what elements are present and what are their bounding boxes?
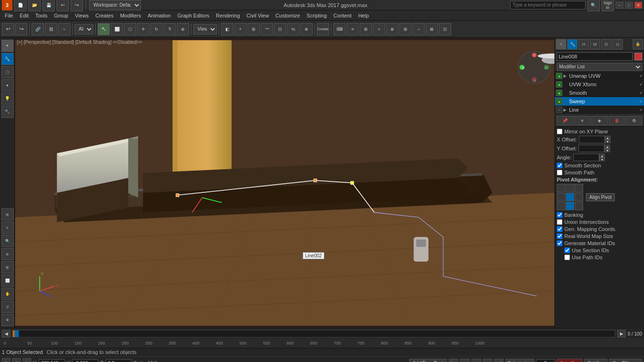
motion-icon-btn[interactable]: M (590, 39, 600, 49)
field-view-btn[interactable]: 👁 (1, 314, 14, 326)
object-color-swatch[interactable] (635, 53, 642, 60)
move-btn[interactable]: ✛ (137, 23, 149, 35)
layer-btn[interactable]: ⊞ (248, 23, 260, 35)
undo-toolbar-btn[interactable]: ↩ (2, 23, 14, 35)
orbit-btn[interactable]: ↺ (1, 301, 14, 313)
pivot-mr[interactable] (575, 193, 583, 201)
key-filters-btn[interactable]: Key Filters... (609, 359, 642, 362)
hierarchy-icon-btn[interactable]: H (578, 39, 589, 49)
modifier-list-dropdown[interactable]: Modifier List (557, 63, 642, 71)
union-intersections-checkbox[interactable] (557, 219, 562, 225)
angle-down[interactable]: ▼ (599, 157, 605, 161)
rotate-btn[interactable]: ↻ (150, 23, 163, 35)
select-region-btn[interactable]: ⬜ (111, 23, 123, 35)
mod-eye-unwrap[interactable]: ● (556, 73, 562, 79)
gen-mat-ids-checkbox[interactable] (557, 240, 562, 246)
open-btn[interactable]: 📂 (28, 0, 41, 11)
y-offset-up[interactable]: ▲ (604, 145, 610, 148)
x-offset-up[interactable]: ▲ (605, 136, 611, 140)
snap-angle[interactable]: ⊕ (12, 358, 21, 362)
banking-checkbox[interactable] (557, 212, 562, 218)
lock-icon-btn[interactable]: 🔒 (633, 39, 643, 49)
play-btn[interactable]: ▶ (471, 359, 481, 362)
menu-graph-editors[interactable]: Graph Editors (174, 12, 212, 19)
search-icon-btn[interactable]: 🔍 (587, 0, 600, 11)
link-btn[interactable]: 🔗 (32, 23, 44, 35)
set-key-btn[interactable]: Set Key (584, 359, 607, 362)
hierarchy-panel-btn[interactable]: ⬡ (1, 66, 14, 78)
smart-select-btn[interactable]: ⊕ (177, 23, 189, 35)
select-btn[interactable]: ↖ (98, 23, 110, 35)
pivot-br[interactable] (575, 202, 583, 210)
angle-input[interactable]: 0,0 (573, 154, 599, 161)
minimize-btn[interactable]: − (616, 2, 623, 8)
modifier-smooth[interactable]: ● ▶ Smooth ✓ (555, 89, 644, 97)
timeline-thumb[interactable] (13, 330, 15, 337)
pivot-tr[interactable] (575, 184, 583, 192)
x-offset-input[interactable]: 0,0 (579, 136, 605, 143)
isolate-btn[interactable]: ⊗ (300, 23, 313, 35)
goto-end-btn[interactable]: ▶| (494, 359, 504, 362)
snap-toggle[interactable]: ⊕ (2, 358, 10, 362)
align-pivot-btn[interactable]: Align Pivot (586, 193, 615, 201)
menu-edit[interactable]: Edit (17, 12, 32, 19)
signin-btn[interactable]: Sign In (602, 0, 614, 11)
maximize-btn[interactable]: □ (625, 2, 633, 8)
menu-rendering[interactable]: Rendering (213, 12, 243, 19)
pivot-ml[interactable] (557, 193, 565, 201)
utilities-panel-btn[interactable]: 🔨 (1, 106, 14, 118)
extra-btn7[interactable]: ⊡ (439, 23, 451, 35)
zoom-all-btn[interactable]: ⊕ (1, 248, 14, 260)
timeline-bar[interactable] (12, 330, 615, 337)
modify-panel-btn[interactable]: 🔧 (1, 53, 14, 65)
viewport[interactable]: [+] [Perspective] [Standard] [Default Sh… (15, 38, 554, 328)
pivot-tl[interactable] (557, 184, 565, 192)
zoom-btn[interactable]: 🔍 (1, 235, 14, 247)
bind-space-warp-btn[interactable]: ~ (58, 23, 70, 35)
zoom-extents-btn[interactable]: ⊞ (1, 261, 14, 273)
object-name-input[interactable]: Line008 (557, 52, 633, 61)
create-panel-btn[interactable]: + (1, 40, 14, 52)
configure-btn[interactable]: ⚙ (626, 116, 642, 125)
toolbar-extra-btn[interactable]: ⊞ (360, 23, 372, 35)
save-btn[interactable]: 💾 (42, 0, 55, 11)
modifier-line[interactable]: ○ ▶ Line ✓ (555, 106, 644, 114)
named-selection-btn[interactable]: Create Selection Se... (317, 23, 329, 35)
menu-views[interactable]: Views (72, 12, 91, 19)
menu-help[interactable]: Help (355, 12, 372, 19)
extra-btn4[interactable]: ⊞ (399, 23, 412, 35)
y-coord-input[interactable]: -9,915 (72, 359, 98, 362)
display-panel-btn[interactable]: 💡 (1, 92, 14, 105)
search-input[interactable] (510, 1, 586, 9)
pivot-tc[interactable] (566, 184, 574, 192)
undo-btn[interactable]: ↩ (57, 0, 69, 11)
zoom-region-btn[interactable]: ⬜ (1, 274, 14, 287)
menu-modifiers[interactable]: Modifiers (117, 12, 144, 19)
prev-frame-btn[interactable]: ◀ (2, 330, 10, 337)
z-coord-input[interactable]: 0,0 (106, 359, 132, 362)
view-dropdown[interactable]: View (193, 24, 217, 34)
close-btn[interactable]: ✕ (635, 2, 642, 8)
add-time-beat-btn[interactable]: Add Time Beat (409, 359, 447, 362)
remove-modifier-btn[interactable]: 🗑 (609, 116, 625, 125)
key-mode-dropdown[interactable]: Selected (505, 359, 534, 362)
extra-btn5[interactable]: ↔ (413, 23, 425, 35)
x-offset-down[interactable]: ▼ (605, 140, 611, 143)
y-offset-down[interactable]: ▼ (604, 148, 610, 152)
modifier-sweep[interactable]: ● ▶ Sweep ✓ (555, 97, 644, 106)
mirror-xy-checkbox[interactable] (557, 129, 562, 134)
menu-customize[interactable]: Customize (272, 12, 303, 19)
gen-mapping-checkbox[interactable] (557, 226, 562, 232)
menu-tools[interactable]: Tools (33, 12, 50, 19)
mod-eye-smooth[interactable]: ● (556, 90, 562, 96)
auto-key-btn[interactable]: Auto Key (557, 359, 583, 362)
redo-toolbar-btn[interactable]: ↪ (15, 23, 27, 35)
mod-eye-sweep[interactable]: ● (556, 98, 562, 105)
y-offset-input[interactable]: 0,0 (578, 145, 604, 152)
create-icon-btn[interactable]: + (556, 39, 566, 49)
real-world-checkbox[interactable] (557, 233, 562, 239)
next-key-btn[interactable]: ▸ (483, 359, 492, 362)
menu-file[interactable]: File (2, 12, 16, 19)
extra-btn2[interactable]: ≈ (373, 23, 385, 35)
filter-dropdown[interactable]: All (74, 24, 93, 34)
